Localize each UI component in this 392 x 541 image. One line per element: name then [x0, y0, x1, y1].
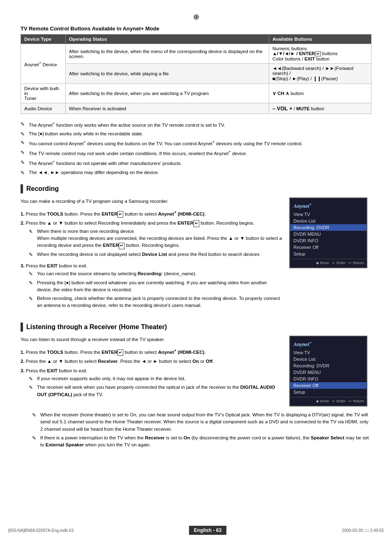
recording-section: Recording You can make a recording of a … [21, 184, 371, 316]
footer-move: ◆ Move [316, 399, 329, 403]
sub-note: Before recording, check whether the ante… [29, 294, 283, 310]
menu-item-viewtv: View TV [290, 349, 367, 356]
listening-intro: You can listen to sound through a receiv… [21, 336, 283, 343]
device-anynet: Anynet+ Device [21, 44, 66, 84]
recording-anynet-menu: Anynet+ View TV Device List Recording: D… [289, 197, 367, 268]
recording-title: Recording [26, 185, 59, 193]
page-number-box: English - 63 [189, 526, 226, 535]
table-title: TV Remote Control Buttons Available in A… [21, 26, 371, 32]
step-3: 3. Press the EXIT button to exit. If you… [21, 366, 283, 402]
note-item: The [●] button works only while in the r… [21, 130, 371, 138]
remote-control-table: Device Type Operating Status Available B… [21, 34, 371, 114]
step-2: 2. Press the ▲ or ▼ button to select Rec… [21, 357, 283, 366]
listening-title: Listening through a Receiver (Home Theat… [26, 323, 167, 331]
listening-heading: Listening through a Receiver (Home Theat… [21, 323, 371, 332]
menu-item-dvdrinfo: DVDR INFO [290, 376, 367, 382]
menu-item-receiveroff: Receiver Off [290, 382, 367, 389]
page-container: ⊕ TV Remote Control Buttons Available in… [0, 0, 392, 541]
sub-note: The receiver will work when you have pro… [29, 383, 283, 399]
footer-enter: ↵ Enter [332, 261, 345, 265]
listening-steps: 1. Press the TOOLS button. Press the ENT… [21, 346, 283, 402]
menu-footer: ◆ Move ↵ Enter ↩ Return [290, 259, 367, 265]
step-3: 3. Press the EXIT button to exit. You ca… [21, 261, 283, 313]
listening-section: Listening through a Receiver (Home Theat… [21, 323, 371, 450]
listening-extra-notes: When the receiver (home theater) is set … [32, 411, 371, 449]
listening-content: You can listen to sound through a receiv… [21, 336, 371, 406]
menu-item-recording: Recording: DVDR [290, 224, 367, 231]
menu-item-setup: Setup [290, 389, 367, 395]
menu-item-setup: Setup [290, 251, 367, 257]
buttons-anynet-1: Numeric buttons ▲/▼/◄/► / ENTER↵ buttons… [269, 44, 371, 64]
note-item: The Anynet+ function only works when the… [21, 120, 371, 130]
footer-return: ↩ Return [348, 399, 364, 403]
page-number: English - 63 [194, 527, 221, 533]
section-bar [21, 323, 23, 332]
menu-title: Anynet+ [290, 339, 367, 349]
recording-text-col: You can make a recording of a TV program… [21, 197, 283, 316]
recording-steps: 1. Press the TOOLS button. Press the ENT… [21, 208, 283, 313]
listening-sub-notes: If your receiver supports audio only, it… [29, 374, 283, 399]
footer-left: [650-NA]BN68-02097A-Eng.indb 63 [8, 528, 74, 533]
menu-footer: ◆ Move ↵ Enter ↩ Return [290, 397, 367, 403]
note-item: The Anynet+ functions do not operate wit… [21, 158, 371, 168]
section-bar [21, 184, 23, 193]
sub-note: If there is a power interruption to the … [32, 434, 371, 450]
listening-text-col: You can listen to sound through a receiv… [21, 336, 283, 406]
step2-notes: When there is more than one recording de… [29, 227, 283, 259]
step-1: 1. Press the TOOLS button. Press the ENT… [21, 208, 283, 218]
col-header-device: Device Type [21, 35, 66, 44]
recording-content: You can make a recording of a TV program… [21, 197, 371, 316]
recording-heading: Recording [21, 184, 371, 193]
footer-move: ◆ Move [316, 261, 329, 265]
recording-intro: You can make a recording of a TV program… [21, 197, 283, 205]
status-anynet-2: After switching to the device, while pla… [65, 64, 269, 84]
sub-note: When the recording device is not display… [29, 250, 283, 259]
note-item: The ◄◄, ►► operations may differ dependi… [21, 168, 371, 177]
status-audio: When Receiver is activated [65, 103, 269, 114]
menu-item-dvdrmenu: DVDR MENU [290, 369, 367, 376]
status-anynet-1: After switching to the device, when the … [65, 44, 269, 64]
top-compass: ⊕ [21, 12, 371, 21]
sub-note: Pressing the [●] button will record what… [29, 279, 283, 295]
footer-right: 2009-03-30 □□ 2:49:55 [342, 528, 384, 533]
sub-note: You can record the source streams by sel… [29, 269, 283, 278]
listening-menu-col: Anynet+ View TV Device List Recording: D… [289, 336, 371, 406]
device-audio: Audio Device [21, 103, 66, 114]
step-1: 1. Press the TOOLS button. Press the ENT… [21, 346, 283, 357]
menu-item-recording: Recording: DVDR [290, 362, 367, 369]
buttons-audio: – VOL + / MUTE button [269, 103, 371, 114]
step-2: 2. Press the ▲ or ▼ button to select Rec… [21, 218, 283, 261]
menu-item-viewtv: View TV [290, 211, 367, 218]
sub-note: When there is more than one recording de… [29, 227, 283, 250]
recording-menu-col: Anynet+ View TV Device List Recording: D… [289, 197, 371, 316]
listening-anynet-menu: Anynet+ View TV Device List Recording: D… [289, 336, 367, 406]
page-footer: [650-NA]BN68-02097A-Eng.indb 63 English … [0, 526, 392, 535]
table-row: Audio Device When Receiver is activated … [21, 103, 371, 114]
note-item: You cannot control Anynet+ devices using… [21, 138, 371, 148]
col-header-buttons: Available Buttons [269, 35, 371, 44]
notes-list: The Anynet+ function only works when the… [21, 120, 371, 177]
buttons-tuner: ∨ CH ∧ button [269, 84, 371, 103]
sub-note: If your receiver supports audio only, it… [29, 374, 283, 383]
compass-symbol: ⊕ [193, 13, 199, 21]
menu-item-receiveroff: Receiver Off [290, 244, 367, 251]
menu-item-devicelist: Device List [290, 218, 367, 224]
footer-return: ↩ Return [348, 261, 364, 265]
table-row: After switching to the device, while pla… [21, 64, 371, 84]
menu-item-dvdrmenu: DVDR MENU [290, 231, 367, 237]
col-header-status: Operating Status [65, 35, 269, 44]
status-tuner: After switching to the device, when you … [65, 84, 269, 103]
table-row: Device with built-inTuner After switchin… [21, 84, 371, 103]
menu-item-dvdrinfo: DVDR INFO [290, 237, 367, 244]
step3-notes: You can record the source streams by sel… [29, 269, 283, 310]
buttons-anynet-2: ◄◄(Backward search) / ►►(Forward search)… [269, 64, 371, 84]
footer-enter: ↵ Enter [332, 399, 345, 403]
table-row: Anynet+ Device After switching to the de… [21, 44, 371, 64]
device-tuner: Device with built-inTuner [21, 84, 66, 103]
sub-note: When the receiver (home theater) is set … [32, 411, 371, 434]
note-item: The TV remote control may not work under… [21, 148, 371, 158]
menu-title: Anynet+ [290, 201, 367, 211]
menu-item-devicelist: Device List [290, 356, 367, 362]
